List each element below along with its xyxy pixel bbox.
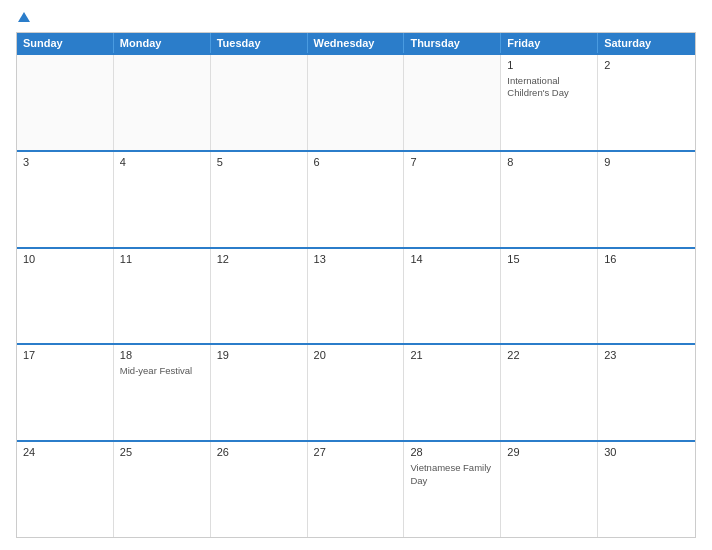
cal-cell: 8 [501,152,598,247]
cal-cell: 28Vietnamese Family Day [404,442,501,537]
calendar: SundayMondayTuesdayWednesdayThursdayFrid… [16,32,696,538]
day-number: 30 [604,446,689,458]
week-row-5: 2425262728Vietnamese Family Day2930 [17,440,695,537]
cal-cell: 19 [211,345,308,440]
cal-cell: 21 [404,345,501,440]
day-number: 13 [314,253,398,265]
week-row-1: 1International Children's Day2 [17,53,695,150]
cal-cell [211,55,308,150]
day-of-week-thursday: Thursday [404,33,501,53]
day-number: 25 [120,446,204,458]
cal-cell: 2 [598,55,695,150]
cal-cell [308,55,405,150]
day-number: 4 [120,156,204,168]
header [16,12,696,22]
day-number: 29 [507,446,591,458]
week-row-2: 3456789 [17,150,695,247]
cal-cell: 12 [211,249,308,344]
event-label: Mid-year Festival [120,365,204,377]
cal-cell: 4 [114,152,211,247]
cal-cell: 15 [501,249,598,344]
day-number: 21 [410,349,494,361]
logo-triangle-icon [18,12,30,22]
cal-cell: 23 [598,345,695,440]
cal-cell: 3 [17,152,114,247]
day-number: 3 [23,156,107,168]
day-number: 9 [604,156,689,168]
week-row-4: 1718Mid-year Festival1920212223 [17,343,695,440]
day-number: 14 [410,253,494,265]
cal-cell: 18Mid-year Festival [114,345,211,440]
cal-cell: 14 [404,249,501,344]
logo [16,12,30,22]
cal-cell: 27 [308,442,405,537]
calendar-page: SundayMondayTuesdayWednesdayThursdayFrid… [0,0,712,550]
cal-cell: 22 [501,345,598,440]
event-label: Vietnamese Family Day [410,462,494,487]
day-number: 12 [217,253,301,265]
day-number: 6 [314,156,398,168]
cal-cell [17,55,114,150]
day-number: 20 [314,349,398,361]
day-number: 28 [410,446,494,458]
day-of-week-saturday: Saturday [598,33,695,53]
week-row-3: 10111213141516 [17,247,695,344]
day-number: 24 [23,446,107,458]
day-of-week-sunday: Sunday [17,33,114,53]
day-of-week-monday: Monday [114,33,211,53]
cal-cell: 10 [17,249,114,344]
day-number: 27 [314,446,398,458]
cal-cell: 29 [501,442,598,537]
cal-cell: 26 [211,442,308,537]
day-number: 2 [604,59,689,71]
event-label: International Children's Day [507,75,591,100]
day-number: 10 [23,253,107,265]
cal-cell: 9 [598,152,695,247]
day-number: 11 [120,253,204,265]
day-number: 22 [507,349,591,361]
calendar-header: SundayMondayTuesdayWednesdayThursdayFrid… [17,33,695,53]
day-number: 26 [217,446,301,458]
day-number: 8 [507,156,591,168]
cal-cell: 11 [114,249,211,344]
cal-cell: 5 [211,152,308,247]
day-number: 17 [23,349,107,361]
cal-cell: 25 [114,442,211,537]
cal-cell: 30 [598,442,695,537]
day-number: 16 [604,253,689,265]
cal-cell: 13 [308,249,405,344]
calendar-body: 1International Children's Day23456789101… [17,53,695,537]
cal-cell: 1International Children's Day [501,55,598,150]
cal-cell: 6 [308,152,405,247]
cal-cell: 17 [17,345,114,440]
day-number: 15 [507,253,591,265]
cal-cell: 24 [17,442,114,537]
day-number: 5 [217,156,301,168]
day-number: 1 [507,59,591,71]
cal-cell: 16 [598,249,695,344]
day-of-week-friday: Friday [501,33,598,53]
cal-cell [404,55,501,150]
day-number: 19 [217,349,301,361]
cal-cell [114,55,211,150]
day-of-week-tuesday: Tuesday [211,33,308,53]
day-number: 7 [410,156,494,168]
day-of-week-wednesday: Wednesday [308,33,405,53]
cal-cell: 20 [308,345,405,440]
day-number: 23 [604,349,689,361]
cal-cell: 7 [404,152,501,247]
day-number: 18 [120,349,204,361]
